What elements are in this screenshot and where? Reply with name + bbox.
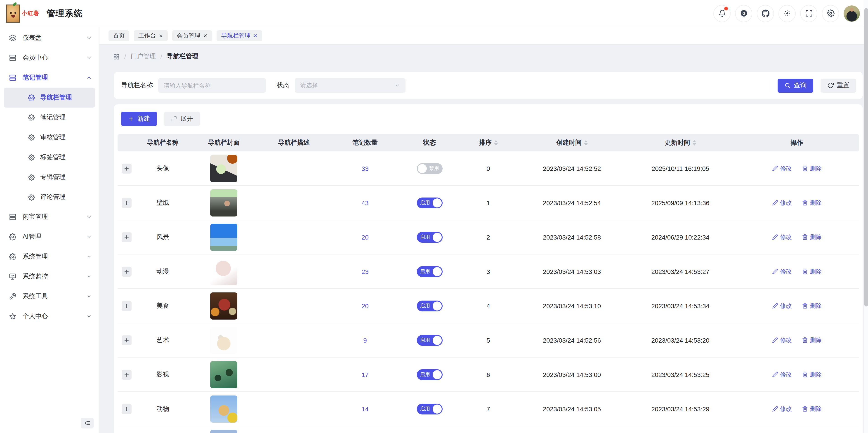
sidebar-subitem-2-3[interactable]: 标签管理 [4, 147, 95, 167]
column-header-updated[interactable]: 更新时间 [626, 139, 735, 147]
tab-navbar-management[interactable]: 导航栏管理 [217, 30, 262, 41]
note-count-link[interactable]: 9 [363, 337, 367, 344]
user-avatar[interactable] [844, 5, 860, 22]
delete-button[interactable]: 删除 [802, 370, 822, 378]
sidebar-item-7[interactable]: 系统工具 [0, 286, 99, 306]
status-select[interactable]: 请选择 [295, 78, 405, 93]
toggle-knob [432, 233, 441, 242]
note-count-link[interactable]: 23 [362, 268, 368, 275]
reset-button[interactable]: 重置 [820, 79, 856, 92]
sidebar-subitem-2-5[interactable]: 评论管理 [4, 187, 95, 207]
expand-row-button[interactable] [122, 163, 131, 173]
breadcrumb-item-portal[interactable]: 门户管理 [131, 53, 156, 61]
column-header-status: 状态 [400, 139, 459, 147]
edit-button[interactable]: 修改 [772, 267, 792, 276]
plus-icon [128, 116, 134, 122]
edit-button[interactable]: 修改 [772, 164, 792, 173]
status-toggle[interactable]: 启用 [416, 369, 442, 380]
create-button[interactable]: 新建 [121, 112, 157, 126]
sidebar-item-label: 闲宝管理 [23, 213, 80, 221]
sidebar-subitem-2-4[interactable]: 专辑管理 [4, 167, 95, 187]
delete-button[interactable]: 删除 [802, 199, 822, 207]
sidebar-item-4[interactable]: AI管理 [0, 227, 99, 247]
sidebar-collapse-button[interactable] [81, 417, 94, 429]
sidebar-item-0[interactable]: 仪表盘 [0, 28, 99, 48]
close-icon[interactable] [159, 33, 163, 38]
note-count-link[interactable]: 43 [362, 199, 368, 206]
search-button[interactable]: 查询 [778, 79, 813, 92]
expand-row-button[interactable] [122, 198, 131, 208]
sidebar-item-1[interactable]: 会员中心 [0, 48, 99, 68]
sidebar-subitem-2-1[interactable]: 笔记管理 [4, 107, 95, 127]
close-icon[interactable] [203, 33, 208, 38]
status-toggle[interactable]: 启用 [416, 197, 442, 208]
note-count-link[interactable]: 20 [362, 234, 368, 241]
app-title: 管理系统 [46, 7, 83, 19]
sort-carets-icon[interactable] [494, 140, 498, 146]
status-toggle[interactable]: 禁用 [416, 163, 442, 174]
navbar-name-input[interactable] [158, 78, 266, 93]
github-button[interactable] [757, 5, 774, 22]
column-header-sort[interactable]: 排序 [459, 139, 518, 147]
status-toggle[interactable]: 启用 [416, 403, 442, 414]
sidebar-item-8[interactable]: 个人中心 [0, 306, 99, 326]
edit-button[interactable]: 修改 [772, 233, 792, 241]
sidebar-item-2[interactable]: 笔记管理 [0, 68, 99, 88]
sidebar-item-3[interactable]: 闲宝管理 [0, 207, 99, 227]
note-count-link[interactable]: 20 [362, 302, 368, 309]
delete-button[interactable]: 删除 [802, 302, 822, 310]
updated-time: 2024/06/29 10:22:34 [651, 234, 710, 241]
column-header-created[interactable]: 创建时间 [518, 139, 626, 147]
tab-workbench[interactable]: 工作台 [134, 30, 168, 41]
scrollbar-track[interactable] [864, 0, 868, 433]
edit-button[interactable]: 修改 [772, 336, 792, 344]
edit-button[interactable]: 修改 [772, 199, 792, 207]
expand-row-button[interactable] [122, 335, 131, 345]
sidebar-item-5[interactable]: 系统管理 [0, 247, 99, 267]
updated-time: 2025/10/11 16:19:05 [652, 165, 709, 172]
expand-row-button[interactable] [122, 301, 131, 311]
sidebar-item-label: 系统管理 [23, 253, 80, 261]
tab-member-management[interactable]: 会员管理 [172, 30, 212, 41]
note-count-link[interactable]: 33 [362, 165, 368, 172]
trash-icon [802, 337, 808, 343]
expand-row-button[interactable] [122, 267, 131, 276]
status-toggle[interactable]: 启用 [416, 300, 442, 311]
delete-button[interactable]: 删除 [802, 267, 822, 276]
theme-sun-button[interactable] [778, 5, 796, 22]
wrench-icon [9, 293, 16, 300]
breadcrumb: / 门户管理 / 导航栏管理 [99, 45, 864, 68]
gitee-button[interactable]: G [735, 5, 752, 22]
settings-button[interactable] [822, 5, 839, 22]
note-count-link[interactable]: 17 [362, 371, 368, 378]
notification-bell-button[interactable] [713, 5, 731, 22]
delete-button[interactable]: 删除 [802, 233, 822, 241]
status-toggle[interactable]: 启用 [416, 266, 442, 277]
fullscreen-button[interactable] [800, 5, 817, 22]
sidebar-subitem-2-2[interactable]: 审核管理 [4, 127, 95, 147]
edit-button[interactable]: 修改 [772, 405, 792, 413]
close-icon[interactable] [253, 33, 258, 38]
edit-button[interactable]: 修改 [772, 302, 792, 310]
status-toggle[interactable]: 启用 [416, 335, 442, 345]
edit-button[interactable]: 修改 [772, 370, 792, 378]
sidebar-item-6[interactable]: 系统监控 [0, 267, 99, 286]
grid-icon[interactable] [113, 53, 120, 60]
sidebar-subitem-2-0[interactable]: 导航栏管理 [4, 88, 95, 107]
delete-button[interactable]: 删除 [802, 164, 822, 173]
expand-row-button[interactable] [122, 370, 131, 379]
note-count-link[interactable]: 14 [362, 405, 368, 412]
status-toggle[interactable]: 启用 [416, 231, 442, 243]
delete-button[interactable]: 删除 [802, 336, 822, 344]
expand-row-button[interactable] [122, 404, 131, 414]
sort-carets-icon[interactable] [692, 140, 696, 146]
chevron-down-icon [86, 214, 92, 220]
scrollbar-thumb[interactable] [864, 8, 868, 306]
sidebar-item-label: 系统监控 [23, 273, 80, 281]
sort-carets-icon[interactable] [584, 140, 587, 146]
tab-home[interactable]: 首页 [108, 30, 129, 41]
expand-row-button[interactable] [122, 232, 131, 242]
delete-button[interactable]: 删除 [802, 405, 822, 413]
expand-button[interactable]: 展开 [164, 112, 200, 126]
cover-image [210, 361, 237, 388]
